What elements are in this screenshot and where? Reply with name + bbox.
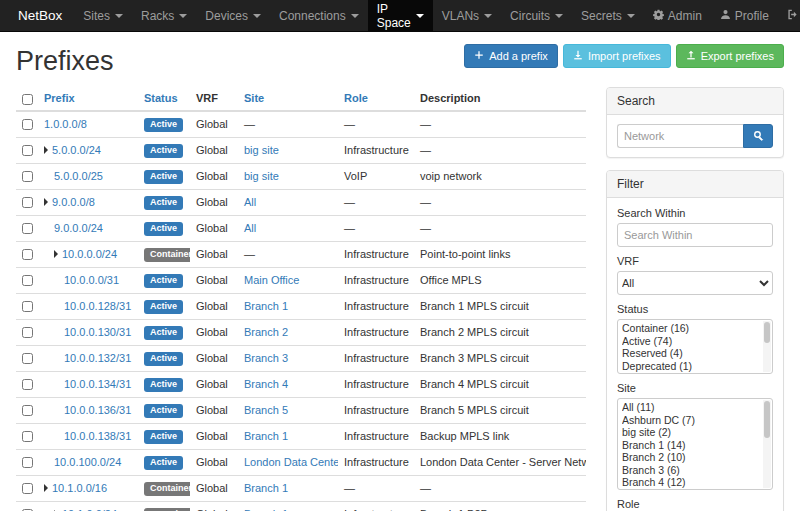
site-link[interactable]: Branch 1 xyxy=(244,300,288,312)
search-input[interactable] xyxy=(617,124,743,148)
nav-item-secrets[interactable]: Secrets xyxy=(572,0,644,31)
row-checkbox[interactable] xyxy=(22,457,33,468)
site-link[interactable]: Branch 2 xyxy=(244,326,288,338)
description-cell: Branch 3 MPLS circuit xyxy=(414,345,586,371)
filter-option[interactable]: Branch 3 (6) xyxy=(622,464,761,477)
status-badge: Active xyxy=(144,326,183,340)
filter-option[interactable]: All (11) xyxy=(622,401,761,414)
site-link[interactable]: big site xyxy=(244,144,279,156)
prefix-link[interactable]: 10.0.0.128/31 xyxy=(64,300,131,312)
filter-option[interactable]: Ashburn DC (7) xyxy=(622,414,761,427)
row-checkbox[interactable] xyxy=(22,223,33,234)
description-cell: — xyxy=(414,111,586,138)
nav-item-devices[interactable]: Devices xyxy=(196,0,270,31)
prefix-link[interactable]: 10.0.0.136/31 xyxy=(64,404,131,416)
prefix-link[interactable]: 9.0.0.0/24 xyxy=(54,222,103,234)
site-link[interactable]: Branch 1 xyxy=(244,430,288,442)
site-link[interactable]: London Data Center xyxy=(244,456,338,468)
row-checkbox[interactable] xyxy=(22,301,33,312)
row-checkbox[interactable] xyxy=(22,119,33,130)
nav-item-connections[interactable]: Connections xyxy=(270,0,368,31)
site-options[interactable]: All (11)Ashburn DC (7)big site (2)Branch… xyxy=(617,398,773,490)
site-link[interactable]: big site xyxy=(244,170,279,182)
column-header-status[interactable]: Status xyxy=(138,87,190,111)
row-checkbox[interactable] xyxy=(22,171,33,182)
prefix-link[interactable]: 10.0.0.132/31 xyxy=(64,352,131,364)
filter-option[interactable]: Deprecated (1) xyxy=(622,360,761,373)
row-checkbox[interactable] xyxy=(22,327,33,338)
site-link[interactable]: Branch 4 xyxy=(244,378,288,390)
row-checkbox[interactable] xyxy=(22,405,33,416)
description-cell: Branch 1 P2P xyxy=(414,501,586,511)
filter-option[interactable]: Active (74) xyxy=(622,335,761,348)
filter-option[interactable]: big site (2) xyxy=(622,426,761,439)
scrollbar[interactable] xyxy=(763,400,771,488)
site-link[interactable]: All xyxy=(244,222,256,234)
nav-item-admin[interactable]: Admin xyxy=(644,0,711,31)
filter-option[interactable]: Branch 5 (7) xyxy=(622,489,761,491)
filter-option[interactable]: Branch 1 (14) xyxy=(622,439,761,452)
site-link[interactable]: Main Office xyxy=(244,274,299,286)
column-header-site[interactable]: Site xyxy=(238,87,338,111)
row-checkbox[interactable] xyxy=(22,249,33,260)
vrf-cell: Global xyxy=(190,449,238,475)
prefix-link[interactable]: 10.0.100.0/24 xyxy=(54,456,121,468)
prefix-link[interactable]: 9.0.0.0/8 xyxy=(52,196,95,208)
nav-item-circuits[interactable]: Circuits xyxy=(501,0,572,31)
nav-item-profile[interactable]: Profile xyxy=(711,0,778,31)
search-button[interactable] xyxy=(743,124,773,148)
status-badge: Container xyxy=(144,508,190,511)
sidebar: Search Filter Search Wi xyxy=(606,87,784,511)
prefix-table-body: 1.0.0.0/8ActiveGlobal———5.0.0.0/24Active… xyxy=(16,111,586,511)
row-checkbox[interactable] xyxy=(22,145,33,156)
filter-option[interactable]: Reserved (4) xyxy=(622,347,761,360)
prefix-link[interactable]: 10.0.0.130/31 xyxy=(64,326,131,338)
table-row: 9.0.0.0/24ActiveGlobalAll—— xyxy=(16,215,586,241)
prefix-link[interactable]: 10.0.0.0/24 xyxy=(62,248,117,260)
scrollbar[interactable] xyxy=(763,321,771,372)
row-checkbox[interactable] xyxy=(22,275,33,286)
status-options[interactable]: Container (16)Active (74)Reserved (4)Dep… xyxy=(617,319,773,374)
search-within-input[interactable] xyxy=(617,223,773,247)
prefix-link[interactable]: 5.0.0.0/25 xyxy=(54,170,103,182)
nav-item-vlans[interactable]: VLANs xyxy=(433,0,501,31)
status-badge: Active xyxy=(144,456,183,470)
role-cell: Infrastructure xyxy=(338,319,414,345)
chevron-down-icon xyxy=(484,14,492,18)
import-prefixes-button[interactable]: Import prefixes xyxy=(563,44,671,68)
add-prefix-button[interactable]: Add a prefix xyxy=(464,44,558,68)
row-checkbox[interactable] xyxy=(22,483,33,494)
row-checkbox[interactable] xyxy=(22,431,33,442)
log-out-icon xyxy=(787,9,798,23)
role-cell: Infrastructure xyxy=(338,293,414,319)
select-all-checkbox[interactable] xyxy=(22,94,33,105)
nav-item-label: Secrets xyxy=(581,9,622,23)
nav-item-sites[interactable]: Sites xyxy=(74,0,132,31)
prefix-link[interactable]: 10.1.0.0/16 xyxy=(52,482,107,494)
nav-item-ip-space[interactable]: IP Space xyxy=(368,0,433,31)
prefix-link[interactable]: 10.0.0.0/31 xyxy=(64,274,119,286)
nav-item-log-out[interactable]: Log out xyxy=(778,0,800,31)
vrf-select[interactable]: All xyxy=(617,271,773,295)
column-header-role[interactable]: Role xyxy=(338,87,414,111)
site-link[interactable]: Branch 5 xyxy=(244,404,288,416)
site-link[interactable]: Branch 1 xyxy=(244,482,288,494)
prefix-link[interactable]: 10.0.0.134/31 xyxy=(64,378,131,390)
row-checkbox[interactable] xyxy=(22,353,33,364)
prefix-link[interactable]: 1.0.0.0/8 xyxy=(44,118,87,130)
site-link[interactable]: All xyxy=(244,196,256,208)
export-prefixes-button[interactable]: Export prefixes xyxy=(676,44,784,68)
row-checkbox[interactable] xyxy=(22,197,33,208)
filter-option[interactable]: Branch 2 (10) xyxy=(622,451,761,464)
row-checkbox[interactable] xyxy=(22,379,33,390)
column-header-prefix[interactable]: Prefix xyxy=(38,87,138,111)
site-link[interactable]: Branch 3 xyxy=(244,352,288,364)
nav-item-racks[interactable]: Racks xyxy=(132,0,196,31)
brand-logo[interactable]: NetBox xyxy=(6,0,74,31)
chevron-down-icon xyxy=(351,14,359,18)
prefix-link[interactable]: 10.0.0.138/31 xyxy=(64,430,131,442)
filter-option[interactable]: Branch 4 (12) xyxy=(622,476,761,489)
prefix-link[interactable]: 5.0.0.0/24 xyxy=(52,144,101,156)
filter-option[interactable]: Container (16) xyxy=(622,322,761,335)
role-cell: Infrastructure xyxy=(338,345,414,371)
